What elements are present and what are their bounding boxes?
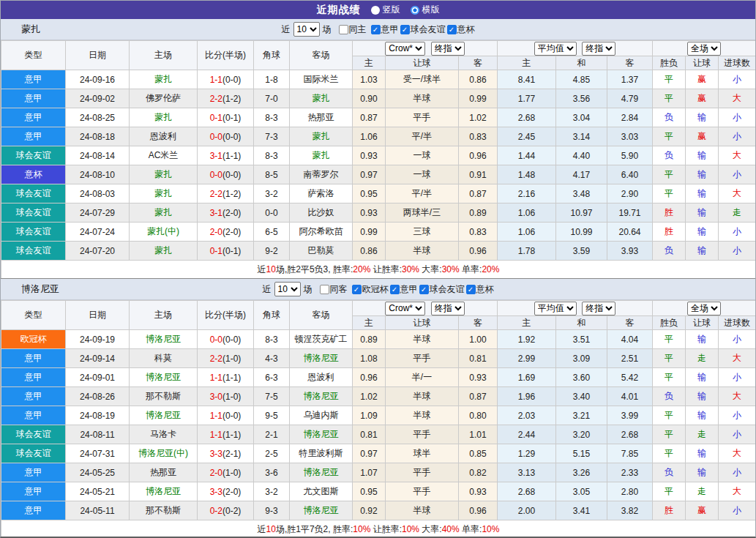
summary-value: 30% (402, 264, 419, 274)
avg-home-odds: 2.16 (498, 184, 556, 203)
team-name: 蒙扎 (21, 23, 40, 36)
home-team: 那不勒斯 (130, 387, 198, 406)
layout-horizontal-option[interactable]: 横版 (411, 4, 440, 16)
handicap-result: 赢 (686, 70, 719, 89)
league-filter-item[interactable]: ✓意甲 (370, 23, 399, 36)
summary-value: 10% (353, 524, 370, 534)
col-avg-home: 主 (498, 316, 556, 330)
checkbox-unchecked-icon[interactable]: ✓ (320, 285, 329, 294)
average-time-select[interactable]: 终指 (582, 302, 615, 315)
league-filter-item[interactable]: ✓意杯 (446, 23, 475, 36)
games-count-select[interactable]: 10 (293, 22, 320, 37)
col-away: 客场 (290, 301, 353, 330)
halftime-score: (1-2) (222, 189, 241, 199)
fulltime-score: 0-0 (210, 335, 222, 345)
filter-controls: 近 10 场 ✓ 同客 ✓欧冠杯✓意甲✓球会友谊✓意杯 (263, 282, 494, 296)
checkbox-checked-icon[interactable]: ✓ (352, 285, 362, 294)
away-team: 热那亚 (290, 108, 353, 127)
away-team: 巴勒莫 (290, 242, 353, 261)
average-select[interactable]: 平均值 (534, 42, 577, 56)
col-handicap-home: 主 (353, 56, 386, 70)
handicap-result: 输 (686, 463, 719, 482)
avg-away-odds: 2.51 (607, 349, 653, 368)
match-score: 1-1(0-0) (198, 406, 254, 425)
handicap-line: 平手 (386, 349, 459, 368)
match-date: 24-09-19 (66, 330, 130, 349)
games-count-select[interactable]: 10 (274, 282, 301, 296)
avg-draw-odds: 10.97 (556, 203, 607, 223)
goals-result: 走 (719, 203, 756, 223)
goals-result: 小 (719, 406, 756, 425)
average-time-select[interactable]: 终指 (582, 42, 615, 56)
corner-score: 8-3 (254, 330, 290, 349)
goals-result: 大 (719, 146, 756, 165)
same-venue-filter[interactable]: ✓ 同主 (334, 23, 367, 36)
checkbox-checked-icon[interactable]: ✓ (419, 285, 429, 294)
goals-result: 小 (719, 165, 756, 184)
checkbox-checked-icon[interactable]: ✓ (447, 25, 457, 34)
avg-home-odds: 1.48 (498, 165, 556, 184)
checkbox-unchecked-icon[interactable]: ✓ (339, 25, 348, 34)
checkbox-checked-icon[interactable]: ✓ (390, 285, 400, 294)
scope-select[interactable]: 全场 (687, 42, 721, 56)
league-filter-item[interactable]: ✓欧冠杯 (351, 283, 389, 296)
handicap-home-odds: 1.03 (353, 70, 386, 89)
col-avg-draw: 和 (556, 316, 607, 330)
layout-vertical-option[interactable]: 竖版 (371, 4, 400, 16)
avg-home-odds: 2.99 (498, 349, 556, 368)
odds-time-select[interactable]: 终指 (431, 42, 465, 56)
checkbox-checked-icon[interactable]: ✓ (466, 285, 476, 294)
checkbox-checked-icon[interactable]: ✓ (400, 25, 410, 34)
fulltime-score: 0-1 (210, 246, 222, 256)
league-label: 球会友谊 (430, 283, 465, 296)
league-filter-item[interactable]: ✓球会友谊 (399, 23, 446, 36)
match-result: 平 (653, 127, 686, 146)
results-table: 类型 日期 主场 比分(半场) 角球 客场 Crow* 终指 平均值 终指 (1, 300, 756, 538)
avg-home-odds: 1.92 (498, 330, 556, 349)
match-result: 平 (653, 165, 686, 184)
handicap-dropdowns: Crow* 终指 (353, 301, 498, 316)
handicap-line: 半球 (386, 89, 459, 108)
odds-company-select[interactable]: Crow* (385, 302, 425, 315)
halftime-score: (2-0) (222, 208, 241, 218)
handicap-home-odds: 0.97 (353, 165, 386, 184)
handicap-result: 走 (686, 349, 719, 368)
goals-result: 大 (719, 387, 756, 406)
away-team: 蒙扎 (290, 89, 353, 108)
match-row: 意杯24-08-10蒙扎0-0(0-0)8-5南蒂罗尔0.97一球0.911.4… (1, 165, 756, 184)
radio-unchecked-icon[interactable] (371, 6, 380, 15)
avg-draw-odds: 4.85 (556, 70, 607, 89)
goals-result: 小 (719, 368, 756, 387)
handicap-line: 半球 (386, 387, 459, 406)
league-filter-item[interactable]: ✓意甲 (389, 283, 418, 296)
scope-select[interactable]: 全场 (687, 302, 721, 315)
fulltime-score: 2-0 (210, 227, 222, 237)
home-team: 博洛尼亚 (130, 368, 198, 387)
average-dropdowns: 平均值 终指 (498, 301, 653, 316)
corner-score: 7-3 (254, 127, 290, 146)
avg-draw-odds: 3.60 (556, 368, 607, 387)
radio-checked-icon[interactable] (411, 6, 419, 15)
avg-draw-odds: 3.05 (556, 482, 607, 501)
league-filter-item[interactable]: ✓球会友谊 (418, 283, 465, 296)
league-filter-item[interactable]: ✓意杯 (465, 283, 494, 296)
team-name: 博洛尼亚 (21, 283, 59, 296)
handicap-away-odds: 0.93 (459, 482, 498, 501)
avg-away-odds: 4.01 (607, 387, 653, 406)
avg-home-odds: 1.78 (498, 242, 556, 261)
odds-company-select[interactable]: Crow* (385, 42, 425, 56)
avg-draw-odds: 3.40 (556, 387, 607, 406)
odds-time-select[interactable]: 终指 (431, 302, 465, 315)
away-team: 蒙扎 (290, 127, 353, 146)
league-label: 意甲 (381, 23, 399, 36)
match-score: 2-2(1-0) (198, 349, 254, 368)
filter-bar: 博洛尼亚 近 10 场 ✓ 同客 ✓欧冠杯✓意甲✓球会友谊✓意杯 (1, 279, 755, 300)
match-result: 胜 (653, 203, 686, 223)
same-venue-filter[interactable]: ✓ 同客 (315, 283, 348, 296)
col-type: 类型 (1, 301, 66, 330)
match-date: 24-07-31 (66, 444, 130, 463)
corner-score: 9-5 (254, 406, 290, 425)
average-select[interactable]: 平均值 (534, 302, 577, 315)
checkbox-checked-icon[interactable]: ✓ (371, 25, 381, 34)
match-date: 24-08-26 (66, 387, 130, 406)
